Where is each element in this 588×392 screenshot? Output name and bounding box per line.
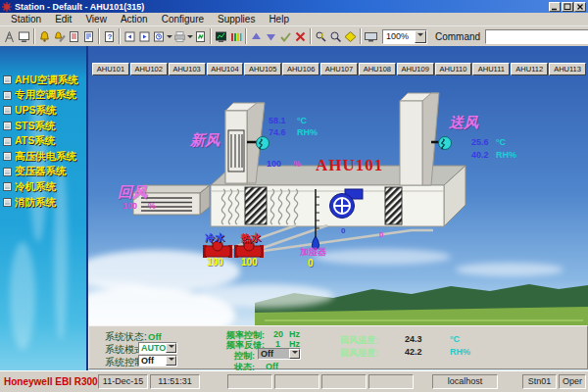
hot-valve-position: 100 bbox=[241, 257, 258, 268]
message-summary-icon[interactable] bbox=[81, 27, 96, 45]
menu-edit[interactable]: Edit bbox=[48, 13, 78, 25]
attention-icon[interactable] bbox=[343, 27, 358, 45]
tab-ahu108[interactable]: AHU108 bbox=[359, 63, 396, 75]
accept-icon[interactable] bbox=[278, 27, 293, 45]
alarm-summary-icon[interactable] bbox=[67, 27, 81, 45]
menu-bar: Station Edit View Action Configure Suppl… bbox=[0, 13, 588, 26]
page-history-icon[interactable] bbox=[152, 27, 167, 45]
chevron-down-icon[interactable] bbox=[289, 349, 300, 359]
cloud-wisp bbox=[10, 242, 35, 350]
status-bar: Honeywell EBI R300.1 11-Dec-15 11:51:31 … bbox=[0, 370, 588, 392]
menu-help[interactable]: Help bbox=[262, 13, 296, 25]
sidebar-item-transformer[interactable]: 变压器系统 bbox=[3, 165, 87, 180]
tab-ahu106[interactable]: AHU106 bbox=[282, 63, 319, 75]
group-display-icon[interactable] bbox=[228, 27, 243, 45]
sidebar-item-hv-power[interactable]: 高压供电系统 bbox=[3, 149, 87, 165]
system-mode-combobox[interactable]: AUTO bbox=[138, 342, 177, 354]
station-cell: Stn01 bbox=[522, 374, 557, 389]
chevron-down-icon[interactable] bbox=[166, 356, 176, 366]
forward-page-icon[interactable] bbox=[137, 27, 152, 45]
supply-rh-value: 40.2 bbox=[471, 150, 489, 160]
ahu-tab-bar: AHU101 AHU102 AHU103 AHU104 AHU105 AHU10… bbox=[92, 63, 586, 75]
tab-ahu110[interactable]: AHU110 bbox=[435, 63, 472, 75]
status-cell-empty bbox=[227, 374, 272, 389]
toolbar-separator bbox=[33, 28, 35, 44]
sidebar-item-sts[interactable]: STS系统 bbox=[3, 119, 87, 134]
hot-water-label: 热水 bbox=[241, 231, 261, 245]
station-window: Station - Default - AHU101(315) Station … bbox=[0, 0, 588, 392]
tab-ahu111[interactable]: AHU111 bbox=[472, 63, 510, 75]
toolbar-separator bbox=[119, 28, 121, 44]
tab-ahu102[interactable]: AHU102 bbox=[130, 63, 168, 75]
sidebar-item-label: ATS系统 bbox=[15, 134, 55, 148]
tab-ahu103[interactable]: AHU103 bbox=[169, 63, 206, 75]
find-point-icon[interactable] bbox=[314, 27, 328, 45]
zoom-dropdown-button[interactable] bbox=[415, 30, 426, 43]
minimize-button[interactable] bbox=[549, 2, 561, 12]
page-refresh-icon[interactable] bbox=[193, 27, 208, 45]
grid-icon bbox=[3, 122, 12, 130]
menu-configure[interactable]: Configure bbox=[155, 13, 211, 25]
sidebar-item-ahu[interactable]: AHU空调系统 bbox=[3, 73, 87, 88]
chilled-water-label: 冷水 bbox=[205, 231, 224, 245]
tab-ahu104[interactable]: AHU104 bbox=[207, 63, 244, 75]
menu-view[interactable]: View bbox=[78, 13, 114, 25]
raise-icon[interactable] bbox=[249, 27, 264, 45]
sidebar-list: AHU空调系统 专用空调系统 UPS系统 STS系统 ATS系统 高压供电系统 … bbox=[3, 73, 87, 210]
sidebar-item-label: STS系统 bbox=[15, 120, 55, 133]
toolbar-separator bbox=[360, 28, 362, 44]
fresh-air-sensor-icon[interactable] bbox=[257, 137, 270, 150]
sidebar-item-ats[interactable]: ATS系统 bbox=[3, 133, 87, 149]
tab-ahu109[interactable]: AHU109 bbox=[397, 63, 434, 75]
station-icon[interactable] bbox=[2, 27, 17, 45]
fan-control-value: Off bbox=[259, 349, 289, 359]
trend-icon[interactable] bbox=[214, 27, 228, 45]
tab-ahu101[interactable]: AHU101 bbox=[92, 63, 129, 75]
command-combobox[interactable] bbox=[485, 29, 588, 44]
tab-ahu113[interactable]: AHU113 bbox=[549, 63, 586, 75]
alarm-ack-icon[interactable] bbox=[52, 27, 67, 45]
tab-ahu107[interactable]: AHU107 bbox=[320, 63, 358, 75]
sidebar-item-fire[interactable]: 消防系统 bbox=[3, 195, 87, 211]
parameter-panel: 系统状态: Off 系统模式: AUTO 系统控制: Off 频率控制: 20 … bbox=[88, 325, 588, 369]
lower-icon[interactable] bbox=[264, 27, 278, 45]
sidebar-item-chiller[interactable]: 冷机系统 bbox=[3, 179, 87, 195]
display-icon[interactable] bbox=[17, 27, 31, 45]
grid-icon bbox=[3, 137, 12, 146]
point-value-magenta: 0 bbox=[379, 230, 383, 239]
filter-section-2 bbox=[385, 187, 402, 224]
print-icon[interactable] bbox=[172, 27, 187, 45]
close-button[interactable] bbox=[574, 2, 586, 12]
ahu-graphic-display bbox=[88, 46, 588, 370]
tab-ahu105[interactable]: AHU105 bbox=[244, 63, 281, 75]
zoom-icon[interactable] bbox=[328, 27, 343, 45]
svg-text:?: ? bbox=[108, 32, 113, 41]
sidebar-item-label: 变压器系统 bbox=[15, 165, 67, 178]
cancel-icon[interactable] bbox=[293, 27, 308, 45]
supply-air-sensor-icon[interactable] bbox=[439, 137, 452, 150]
title-bar: Station - Default - AHU101(315) bbox=[0, 0, 588, 13]
sidebar-item-dedicated-ac[interactable]: 专用空调系统 bbox=[3, 88, 87, 104]
maximize-button[interactable] bbox=[562, 2, 573, 12]
menu-station[interactable]: Station bbox=[4, 13, 48, 25]
system-mode-value: AUTO bbox=[139, 343, 166, 353]
tab-ahu112[interactable]: AHU112 bbox=[511, 63, 548, 75]
zoom-level-combobox[interactable]: 100% bbox=[382, 29, 427, 44]
command-label: Command bbox=[435, 31, 480, 42]
menu-action[interactable]: Action bbox=[114, 13, 155, 25]
back-page-icon[interactable] bbox=[122, 27, 137, 45]
system-control-combobox[interactable]: Off bbox=[138, 355, 177, 367]
return-temp-label: 回风温度: bbox=[340, 334, 378, 347]
alarm-bell-icon[interactable] bbox=[37, 27, 52, 45]
monitor-icon[interactable] bbox=[364, 27, 378, 45]
fan-control-combobox[interactable]: Off bbox=[258, 348, 301, 360]
return-temp-unit: °C bbox=[450, 334, 460, 344]
fresh-air-rh-value: 74.6 bbox=[269, 127, 286, 137]
help-page-icon[interactable]: ? bbox=[102, 27, 117, 45]
filter-section bbox=[245, 187, 267, 224]
fresh-air-label: 新风 bbox=[190, 131, 220, 150]
sidebar-item-ups[interactable]: UPS系统 bbox=[3, 103, 87, 119]
chevron-down-icon[interactable] bbox=[166, 343, 176, 353]
menu-supplies[interactable]: Supplies bbox=[211, 13, 262, 25]
grid-icon bbox=[3, 106, 12, 115]
